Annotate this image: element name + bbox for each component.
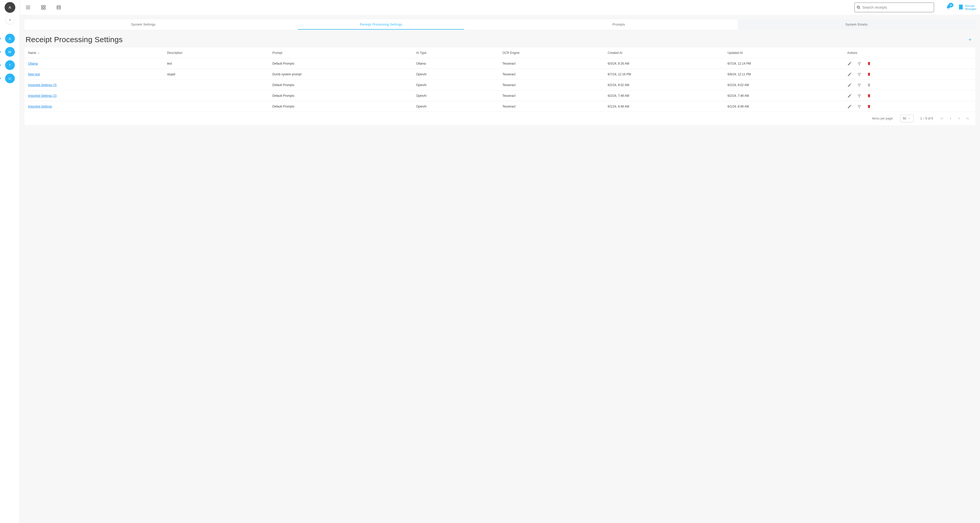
add-workspace-button[interactable] bbox=[6, 16, 14, 24]
wifi-icon bbox=[857, 83, 862, 88]
table-header-row: Name↓DescriptionPromptAI TypeOCR EngineC… bbox=[24, 48, 975, 58]
delete-button[interactable] bbox=[867, 61, 871, 66]
trash-icon bbox=[867, 72, 871, 77]
table-row: Imported Settings (3)Default PromptsOpen… bbox=[24, 80, 975, 90]
active-indicator-dot bbox=[0, 64, 1, 66]
tabs: System SettingsReceipt Processing Settin… bbox=[24, 19, 975, 30]
prev-page-button[interactable] bbox=[948, 116, 953, 121]
delete-button[interactable] bbox=[867, 104, 871, 109]
search-input[interactable] bbox=[854, 3, 934, 12]
tab-label: Prompts bbox=[612, 23, 625, 26]
edit-button[interactable] bbox=[847, 72, 852, 77]
column-header-actions[interactable]: Actions bbox=[847, 51, 972, 55]
trash-icon bbox=[867, 83, 871, 87]
row-name-link[interactable]: New test bbox=[28, 73, 40, 76]
row-prompt: Default Prompts bbox=[272, 62, 416, 65]
dashboard-button[interactable] bbox=[40, 4, 46, 11]
tab-prompts[interactable]: Prompts bbox=[500, 19, 738, 30]
add-setting-button[interactable] bbox=[966, 36, 974, 43]
edit-button[interactable] bbox=[847, 94, 852, 98]
svg-point-17 bbox=[859, 75, 859, 76]
row-ocr-engine: Tesseract bbox=[502, 105, 608, 108]
chevron-left-icon bbox=[948, 116, 953, 121]
svg-line-13 bbox=[859, 8, 860, 9]
row-prompt: Default Prompts bbox=[272, 83, 416, 87]
user-avatar[interactable]: A bbox=[5, 2, 15, 13]
sidebar-avatar: M bbox=[5, 47, 15, 57]
test-connection-button[interactable] bbox=[857, 83, 862, 87]
pencil-icon bbox=[847, 94, 852, 98]
delete-button[interactable] bbox=[867, 72, 871, 77]
dashboard-icon bbox=[41, 5, 46, 10]
test-connection-button[interactable] bbox=[857, 94, 862, 98]
table-row: OllamatestDefault PromptsOllamaTesseract… bbox=[24, 58, 975, 69]
row-updated-at: 6/2/24, 7:48 AM bbox=[728, 94, 847, 97]
row-actions bbox=[847, 104, 972, 109]
column-header-prompt[interactable]: Prompt bbox=[272, 51, 416, 55]
page-header: Receipt Processing Settings bbox=[24, 30, 975, 48]
row-name-link[interactable]: Imported Settings (2) bbox=[28, 94, 57, 97]
column-header-ai-type[interactable]: AI Type bbox=[416, 51, 502, 55]
menu-icon bbox=[25, 5, 31, 10]
svg-rect-9 bbox=[57, 6, 60, 9]
edit-button[interactable] bbox=[847, 61, 852, 66]
sidebar-item[interactable]: T bbox=[0, 60, 20, 70]
wifi-icon bbox=[857, 93, 862, 98]
sidebar-item[interactable]: U bbox=[0, 73, 20, 83]
main-column: 16 Receipt Wrangler System SettingsRecei… bbox=[20, 0, 980, 523]
row-created-at: 6/7/24, 12:16 PM bbox=[608, 73, 727, 76]
test-connection-button[interactable] bbox=[857, 72, 862, 77]
column-header-updated-at[interactable]: Updated At bbox=[728, 51, 847, 55]
tab-system-emails[interactable]: System Emails bbox=[738, 19, 976, 30]
last-page-button[interactable] bbox=[966, 116, 970, 121]
notifications-button[interactable]: 16 bbox=[946, 5, 951, 10]
row-actions bbox=[847, 83, 972, 87]
column-header-description[interactable]: Description bbox=[167, 51, 272, 55]
page-size-select[interactable]: 50 bbox=[900, 115, 914, 122]
row-prompt: Default Prompts bbox=[272, 94, 416, 97]
svg-point-20 bbox=[859, 107, 859, 108]
row-ai-type: Ollama bbox=[416, 62, 502, 65]
column-header-label: OCR Engine bbox=[502, 51, 519, 55]
row-created-at: 6/2/24, 8:02 AM bbox=[608, 83, 727, 87]
tab-receipt-processing-settings[interactable]: Receipt Processing Settings bbox=[262, 19, 500, 30]
column-header-created-at[interactable]: Created At bbox=[608, 51, 727, 55]
wifi-icon bbox=[857, 72, 862, 77]
sidebar-avatar: T bbox=[5, 60, 15, 70]
sidebar-item[interactable]: A bbox=[0, 34, 20, 43]
row-name-link[interactable]: Imported Settings bbox=[28, 105, 52, 108]
delete-button[interactable] bbox=[867, 94, 871, 98]
list-view-button[interactable] bbox=[56, 4, 62, 11]
row-prompt: Dumb system prompt bbox=[272, 73, 416, 76]
svg-rect-8 bbox=[41, 8, 43, 10]
sidebar-item[interactable]: M bbox=[0, 47, 20, 57]
test-connection-button[interactable] bbox=[857, 104, 862, 109]
row-actions bbox=[847, 61, 972, 66]
search-wrap bbox=[854, 3, 934, 12]
svg-point-16 bbox=[859, 65, 859, 65]
edit-button[interactable] bbox=[847, 83, 852, 87]
menu-button[interactable] bbox=[25, 4, 31, 11]
row-ai-type: OpenAI bbox=[416, 73, 502, 76]
column-header-ocr-engine[interactable]: OCR Engine bbox=[502, 51, 608, 55]
row-name-link[interactable]: Ollama bbox=[28, 62, 38, 65]
column-header-name[interactable]: Name↓ bbox=[28, 51, 167, 55]
row-name-link[interactable]: Imported Settings (3) bbox=[28, 83, 57, 87]
brand-logo[interactable]: Receipt Wrangler bbox=[958, 4, 977, 11]
test-connection-button[interactable] bbox=[857, 61, 862, 66]
row-ocr-engine: Tesseract bbox=[502, 94, 608, 97]
svg-rect-7 bbox=[44, 8, 45, 10]
left-rail: A AMTU bbox=[0, 0, 20, 523]
tab-label: System Settings bbox=[131, 23, 156, 26]
tab-system-settings[interactable]: System Settings bbox=[24, 19, 262, 30]
topbar: 16 Receipt Wrangler bbox=[20, 0, 980, 15]
column-header-label: Actions bbox=[847, 51, 857, 55]
sidebar-avatar: A bbox=[5, 34, 15, 43]
first-page-button[interactable] bbox=[940, 116, 944, 121]
row-updated-at: 6/8/24, 12:11 PM bbox=[728, 73, 847, 76]
next-page-button[interactable] bbox=[957, 116, 961, 121]
svg-point-12 bbox=[857, 6, 859, 8]
row-updated-at: 6/7/24, 12:14 PM bbox=[728, 62, 847, 65]
edit-button[interactable] bbox=[847, 104, 852, 109]
page-size-value: 50 bbox=[903, 117, 906, 120]
